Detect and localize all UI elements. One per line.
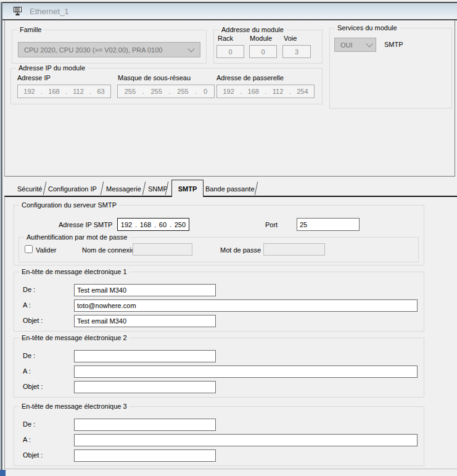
- octet: 192: [23, 88, 35, 95]
- services-combobox: OUI: [334, 38, 376, 52]
- ethernet-config-window: Ethernet_1 Famille CPU 2020, CPU 2030 (>…: [0, 0, 457, 476]
- octet-separator: .: [170, 221, 171, 228]
- auth-groupbox: Authentification par mot de passe: [19, 237, 419, 262]
- octet: 192: [223, 88, 234, 95]
- de-label: De :: [23, 286, 35, 293]
- octet: 60: [159, 221, 167, 228]
- objet-label: Objet :: [23, 451, 43, 459]
- email-2-de-input[interactable]: [74, 350, 216, 362]
- password-input: [263, 243, 325, 256]
- smtp-service-label: SMTP: [384, 41, 403, 48]
- objet-label: Objet :: [23, 383, 43, 390]
- octet: 0: [204, 88, 207, 95]
- tab-separator: [255, 182, 258, 195]
- octet: 250: [175, 221, 186, 228]
- smtp-ip-label: Adresse IP SMTP: [59, 221, 112, 228]
- octet-separator: .: [265, 88, 266, 95]
- window-left-border: [1, 2, 2, 475]
- octet-separator: .: [169, 88, 171, 95]
- chevron-down-icon: [187, 45, 194, 52]
- subnet-mask-octets: 255.255.255.0: [118, 88, 214, 95]
- smtp-ip-field[interactable]: 192.168.60.250: [117, 218, 189, 231]
- valider-checkbox[interactable]: [25, 245, 33, 253]
- ip-module-group-label: Adresse IP du module: [16, 64, 88, 72]
- window-title: Ethernet_1: [30, 7, 69, 16]
- chevron-down-icon: [366, 40, 373, 47]
- window-titlebar[interactable]: Ethernet_1: [2, 2, 457, 20]
- octet-separator: .: [289, 88, 291, 95]
- octet: 168: [140, 221, 151, 228]
- email-2-objet-input[interactable]: [74, 381, 216, 393]
- octet-separator: .: [135, 221, 137, 228]
- smtp-ip-octets: 192.168.60.250: [118, 221, 189, 228]
- voie-field: 3: [282, 45, 311, 58]
- email-1-objet-input[interactable]: [74, 315, 216, 327]
- ip-address-octets: 192.168.112.63: [18, 88, 110, 95]
- tab-bande-passante[interactable]: Bande passante: [205, 185, 255, 193]
- octet: 112: [73, 88, 84, 95]
- octet-separator: .: [65, 88, 67, 95]
- a-label: A :: [23, 436, 31, 443]
- email-2-a-input[interactable]: [74, 365, 418, 378]
- octet: 63: [97, 88, 104, 95]
- octet-separator: .: [89, 88, 91, 95]
- octet: 192: [121, 221, 132, 228]
- email-1-a-input[interactable]: [74, 299, 418, 312]
- auth-group-label: Authentification par mot de passe: [24, 233, 130, 241]
- login-input: [133, 243, 192, 256]
- tab-smtp-active[interactable]: SMTP: [171, 180, 204, 197]
- tab-separator: [142, 182, 146, 195]
- de-label: De :: [23, 420, 35, 428]
- email-3-a-input[interactable]: [74, 434, 418, 446]
- ethernet-module-icon: [12, 6, 23, 16]
- login-label: Nom de connexion: [82, 246, 139, 254]
- port-label: Port: [265, 221, 278, 228]
- gateway-label: Adresse de passerelle: [216, 74, 284, 81]
- email-3-de-input[interactable]: [74, 419, 216, 431]
- famille-combobox-value: CPU 2020, CPU 2030 (>= V02.00), PRA 0100: [24, 46, 162, 54]
- tab-securite[interactable]: Sécurité: [17, 185, 42, 193]
- octet: 168: [248, 88, 259, 95]
- ip-address-label: Adresse IP: [17, 74, 51, 81]
- tab-configuration-ip[interactable]: Configuration IP: [48, 185, 97, 193]
- module-label: Module: [250, 35, 272, 42]
- email-header-2-group-label: En-tête de message électronique 2: [19, 334, 130, 341]
- subnet-mask-field: 255.255.255.0: [117, 85, 215, 98]
- octet-separator: .: [195, 88, 197, 95]
- background-window-artifact: [0, 470, 6, 476]
- octet-separator: .: [142, 88, 144, 95]
- ip-address-field: 192.168.112.63: [17, 85, 111, 98]
- gateway-field: 192.168.112.254: [216, 85, 315, 98]
- subnet-mask-label: Masque de sous-réseau: [118, 74, 191, 81]
- tab-snmp[interactable]: SNMP: [148, 185, 168, 193]
- octet: 112: [273, 88, 284, 95]
- email-1-de-input[interactable]: [74, 284, 216, 296]
- octet: 168: [48, 88, 59, 95]
- email-3-objet-input[interactable]: [74, 449, 216, 462]
- a-label: A :: [23, 301, 31, 309]
- octet: 255: [150, 88, 162, 95]
- module-config-panel: Famille CPU 2020, CPU 2030 (>= V02.00), …: [4, 20, 455, 177]
- octet-separator: .: [154, 221, 156, 228]
- tab-separator: [43, 182, 47, 195]
- de-label: De :: [23, 352, 35, 359]
- octet: 254: [297, 88, 308, 95]
- tab-messagerie[interactable]: Messagerie: [106, 185, 141, 193]
- octet-separator: .: [240, 88, 242, 95]
- smtp-server-group-label: Configuration du serveur SMTP: [19, 201, 119, 209]
- octet: 255: [125, 88, 136, 95]
- port-input[interactable]: [297, 218, 360, 231]
- a-label: A :: [23, 367, 31, 375]
- voie-label: Voie: [284, 35, 297, 42]
- octet-separator: .: [41, 88, 43, 95]
- rack-label: Rack: [218, 35, 233, 42]
- module-address-group-label: Addresse du module: [219, 26, 286, 33]
- octet: 255: [177, 88, 188, 95]
- email-header-1-group-label: En-tête de message électronique 1: [19, 268, 130, 275]
- famille-combobox: CPU 2020, CPU 2030 (>= V02.00), PRA 0100: [18, 42, 200, 57]
- rack-field: 0: [216, 45, 244, 58]
- module-field: 0: [249, 45, 277, 58]
- valider-label: Valider: [36, 246, 56, 254]
- gateway-octets: 192.168.112.254: [217, 88, 314, 95]
- tab-smtp-label: SMTP: [178, 185, 197, 193]
